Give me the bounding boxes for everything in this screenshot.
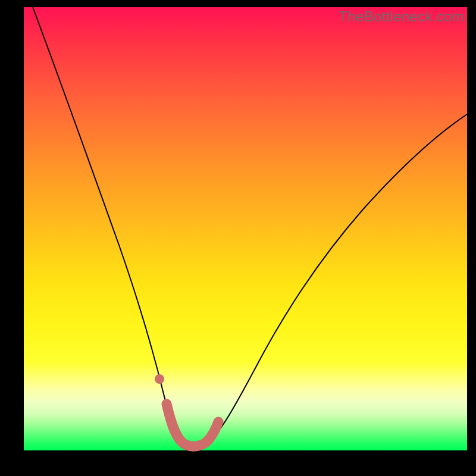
watermark-text: TheBottleneck.com xyxy=(339,8,464,25)
bottleneck-curve xyxy=(33,7,467,447)
highlight-valley-segment xyxy=(167,404,218,446)
chart-plot-area xyxy=(24,7,467,450)
chart-svg xyxy=(24,7,467,450)
highlight-dot xyxy=(155,374,164,384)
